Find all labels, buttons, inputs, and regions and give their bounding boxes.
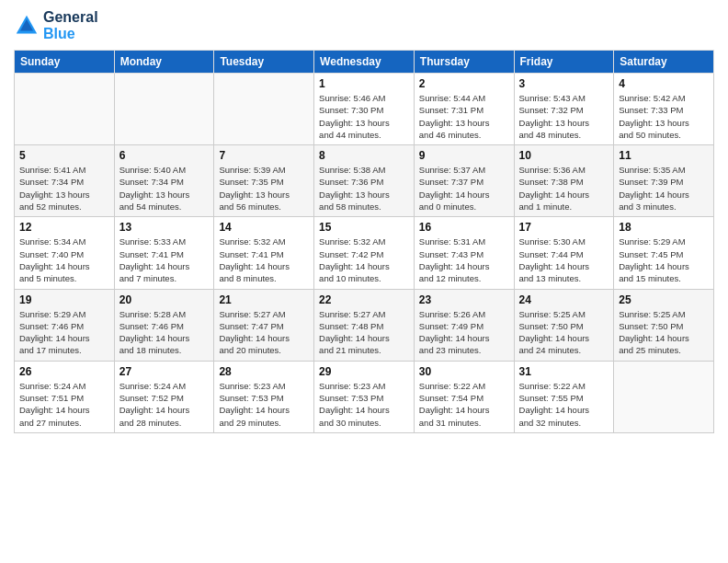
day-info: Sunrise: 5:32 AM Sunset: 7:42 PM Dayligh… <box>319 236 409 284</box>
calendar-cell: 16Sunrise: 5:31 AM Sunset: 7:43 PM Dayli… <box>414 217 514 289</box>
day-info: Sunrise: 5:46 AM Sunset: 7:30 PM Dayligh… <box>319 92 409 141</box>
calendar-cell: 20Sunrise: 5:28 AM Sunset: 7:46 PM Dayli… <box>114 289 214 361</box>
calendar-cell: 15Sunrise: 5:32 AM Sunset: 7:42 PM Dayli… <box>314 217 415 289</box>
day-number: 12 <box>19 221 109 234</box>
day-of-week-header: Saturday <box>614 51 714 74</box>
day-number: 15 <box>319 221 409 234</box>
day-number: 17 <box>519 221 609 234</box>
calendar-week-row: 1Sunrise: 5:46 AM Sunset: 7:30 PM Daylig… <box>15 74 714 145</box>
page-container: General Blue SundayMondayTuesdayWednesda… <box>0 0 728 438</box>
calendar-cell: 18Sunrise: 5:29 AM Sunset: 7:45 PM Dayli… <box>614 217 714 289</box>
day-number: 25 <box>619 293 709 306</box>
calendar-cell: 19Sunrise: 5:29 AM Sunset: 7:46 PM Dayli… <box>15 289 115 361</box>
day-number: 14 <box>219 221 309 234</box>
day-info: Sunrise: 5:39 AM Sunset: 7:35 PM Dayligh… <box>219 164 309 213</box>
calendar-cell: 12Sunrise: 5:34 AM Sunset: 7:40 PM Dayli… <box>15 217 115 289</box>
calendar-cell: 31Sunrise: 5:22 AM Sunset: 7:55 PM Dayli… <box>514 361 614 432</box>
day-info: Sunrise: 5:40 AM Sunset: 7:34 PM Dayligh… <box>119 164 210 213</box>
calendar-week-row: 26Sunrise: 5:24 AM Sunset: 7:51 PM Dayli… <box>15 361 714 432</box>
day-of-week-header: Friday <box>514 51 614 74</box>
calendar-cell: 24Sunrise: 5:25 AM Sunset: 7:50 PM Dayli… <box>514 289 614 361</box>
day-number: 2 <box>419 77 509 90</box>
day-number: 31 <box>519 365 609 378</box>
day-number: 19 <box>19 293 109 306</box>
day-info: Sunrise: 5:37 AM Sunset: 7:37 PM Dayligh… <box>419 164 509 213</box>
day-number: 1 <box>319 77 409 90</box>
day-info: Sunrise: 5:43 AM Sunset: 7:32 PM Dayligh… <box>519 92 609 141</box>
calendar-cell: 3Sunrise: 5:43 AM Sunset: 7:32 PM Daylig… <box>514 74 614 145</box>
day-info: Sunrise: 5:29 AM Sunset: 7:46 PM Dayligh… <box>19 308 109 357</box>
logo: General Blue <box>14 9 98 42</box>
day-info: Sunrise: 5:36 AM Sunset: 7:38 PM Dayligh… <box>519 164 609 213</box>
day-number: 28 <box>219 365 309 378</box>
day-of-week-header: Thursday <box>414 51 514 74</box>
day-info: Sunrise: 5:22 AM Sunset: 7:54 PM Dayligh… <box>419 380 509 429</box>
calendar-cell: 14Sunrise: 5:32 AM Sunset: 7:41 PM Dayli… <box>214 217 314 289</box>
day-number: 10 <box>519 149 609 162</box>
day-info: Sunrise: 5:25 AM Sunset: 7:50 PM Dayligh… <box>519 308 609 357</box>
day-info: Sunrise: 5:24 AM Sunset: 7:52 PM Dayligh… <box>119 380 210 429</box>
calendar-cell: 4Sunrise: 5:42 AM Sunset: 7:33 PM Daylig… <box>614 74 714 145</box>
calendar-cell: 1Sunrise: 5:46 AM Sunset: 7:30 PM Daylig… <box>314 74 415 145</box>
day-info: Sunrise: 5:38 AM Sunset: 7:36 PM Dayligh… <box>319 164 409 213</box>
calendar-table: SundayMondayTuesdayWednesdayThursdayFrid… <box>14 50 714 433</box>
calendar-cell <box>614 361 714 432</box>
day-info: Sunrise: 5:24 AM Sunset: 7:51 PM Dayligh… <box>19 380 109 429</box>
day-number: 7 <box>219 149 309 162</box>
day-number: 22 <box>319 293 409 306</box>
day-info: Sunrise: 5:27 AM Sunset: 7:47 PM Dayligh… <box>219 308 309 357</box>
day-number: 27 <box>119 365 210 378</box>
calendar-cell: 7Sunrise: 5:39 AM Sunset: 7:35 PM Daylig… <box>214 145 314 217</box>
day-number: 3 <box>519 77 609 90</box>
day-info: Sunrise: 5:41 AM Sunset: 7:34 PM Dayligh… <box>19 164 109 213</box>
day-info: Sunrise: 5:23 AM Sunset: 7:53 PM Dayligh… <box>219 380 309 429</box>
calendar-cell <box>15 74 115 145</box>
calendar-cell: 5Sunrise: 5:41 AM Sunset: 7:34 PM Daylig… <box>15 145 115 217</box>
day-number: 11 <box>619 149 709 162</box>
day-number: 8 <box>319 149 409 162</box>
calendar-week-row: 5Sunrise: 5:41 AM Sunset: 7:34 PM Daylig… <box>15 145 714 217</box>
calendar-cell: 2Sunrise: 5:44 AM Sunset: 7:31 PM Daylig… <box>414 74 514 145</box>
calendar-cell: 28Sunrise: 5:23 AM Sunset: 7:53 PM Dayli… <box>214 361 314 432</box>
calendar-cell: 9Sunrise: 5:37 AM Sunset: 7:37 PM Daylig… <box>414 145 514 217</box>
day-info: Sunrise: 5:35 AM Sunset: 7:39 PM Dayligh… <box>619 164 709 213</box>
header: General Blue <box>14 9 714 42</box>
calendar-cell: 25Sunrise: 5:25 AM Sunset: 7:50 PM Dayli… <box>614 289 714 361</box>
day-info: Sunrise: 5:26 AM Sunset: 7:49 PM Dayligh… <box>419 308 509 357</box>
day-number: 26 <box>19 365 109 378</box>
calendar-cell: 23Sunrise: 5:26 AM Sunset: 7:49 PM Dayli… <box>414 289 514 361</box>
day-info: Sunrise: 5:22 AM Sunset: 7:55 PM Dayligh… <box>519 380 609 429</box>
logo-text: General Blue <box>43 9 98 42</box>
day-number: 9 <box>419 149 509 162</box>
day-number: 18 <box>619 221 709 234</box>
calendar-cell: 21Sunrise: 5:27 AM Sunset: 7:47 PM Dayli… <box>214 289 314 361</box>
calendar-cell: 6Sunrise: 5:40 AM Sunset: 7:34 PM Daylig… <box>114 145 214 217</box>
day-number: 20 <box>119 293 210 306</box>
day-number: 30 <box>419 365 509 378</box>
calendar-cell: 29Sunrise: 5:23 AM Sunset: 7:53 PM Dayli… <box>314 361 415 432</box>
calendar-cell: 22Sunrise: 5:27 AM Sunset: 7:48 PM Dayli… <box>314 289 415 361</box>
day-info: Sunrise: 5:32 AM Sunset: 7:41 PM Dayligh… <box>219 236 309 284</box>
day-number: 21 <box>219 293 309 306</box>
calendar-week-row: 19Sunrise: 5:29 AM Sunset: 7:46 PM Dayli… <box>15 289 714 361</box>
calendar-cell: 11Sunrise: 5:35 AM Sunset: 7:39 PM Dayli… <box>614 145 714 217</box>
day-info: Sunrise: 5:28 AM Sunset: 7:46 PM Dayligh… <box>119 308 210 357</box>
day-info: Sunrise: 5:31 AM Sunset: 7:43 PM Dayligh… <box>419 236 509 284</box>
day-info: Sunrise: 5:29 AM Sunset: 7:45 PM Dayligh… <box>619 236 709 284</box>
day-info: Sunrise: 5:44 AM Sunset: 7:31 PM Dayligh… <box>419 92 509 141</box>
calendar-cell: 30Sunrise: 5:22 AM Sunset: 7:54 PM Dayli… <box>414 361 514 432</box>
calendar-cell: 13Sunrise: 5:33 AM Sunset: 7:41 PM Dayli… <box>114 217 214 289</box>
day-number: 29 <box>319 365 409 378</box>
calendar-cell: 8Sunrise: 5:38 AM Sunset: 7:36 PM Daylig… <box>314 145 415 217</box>
day-number: 6 <box>119 149 210 162</box>
calendar-cell: 17Sunrise: 5:30 AM Sunset: 7:44 PM Dayli… <box>514 217 614 289</box>
day-number: 16 <box>419 221 509 234</box>
day-info: Sunrise: 5:34 AM Sunset: 7:40 PM Dayligh… <box>19 236 109 284</box>
day-number: 5 <box>19 149 109 162</box>
day-info: Sunrise: 5:33 AM Sunset: 7:41 PM Dayligh… <box>119 236 210 284</box>
calendar-week-row: 12Sunrise: 5:34 AM Sunset: 7:40 PM Dayli… <box>15 217 714 289</box>
day-number: 24 <box>519 293 609 306</box>
day-info: Sunrise: 5:27 AM Sunset: 7:48 PM Dayligh… <box>319 308 409 357</box>
logo-icon <box>14 13 40 39</box>
calendar-cell: 26Sunrise: 5:24 AM Sunset: 7:51 PM Dayli… <box>15 361 115 432</box>
